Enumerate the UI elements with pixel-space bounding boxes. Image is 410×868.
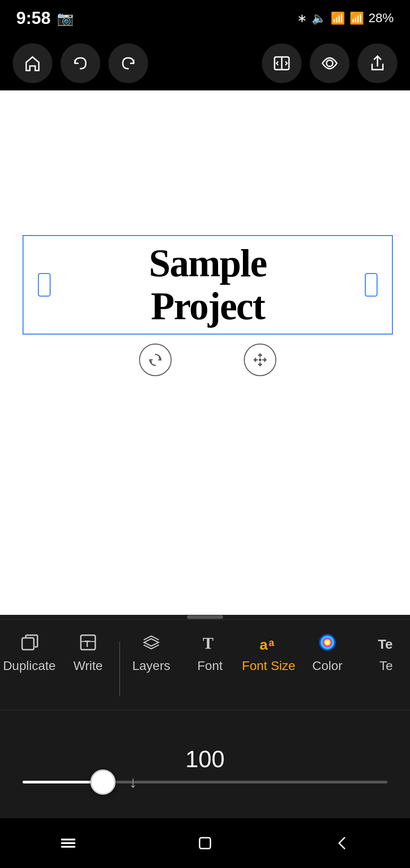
write-icon: T [78,632,98,655]
top-toolbar [0,36,410,90]
nav-back-button[interactable] [324,825,360,861]
undo-button[interactable] [61,43,100,83]
bottom-drag-handle[interactable] [0,615,410,619]
layers-icon [141,632,161,655]
canvas-text[interactable]: SampleProject [149,242,266,327]
svg-text:T: T [84,639,90,649]
nav-menu-button[interactable] [50,825,86,861]
bluetooth-icon: ∗ [297,11,307,25]
camera-icon: 📷 [57,10,74,26]
duplicate-icon [19,632,39,655]
toolbar-item-write[interactable]: T Write [59,628,117,678]
write-label: Write [74,659,103,673]
te-icon: Te [376,632,396,655]
slider-track[interactable]: ↓ [23,781,387,783]
text-element[interactable]: SampleProject [23,235,393,335]
handle-right[interactable] [365,273,377,297]
share-button[interactable] [358,43,397,83]
bottom-toolbar: Duplicate T Write Layers T [0,619,410,710]
slider-thumb[interactable] [90,769,116,795]
toolbar-item-layers[interactable]: Layers [122,628,181,678]
mute-icon: 🔈 [312,11,326,25]
font-size-value: 100 [186,745,225,773]
fontsize-label: Font Size [242,659,295,673]
svg-text:T: T [203,634,214,652]
color-icon [317,632,337,655]
duplicate-label: Duplicate [3,659,56,673]
move-icon[interactable] [244,344,276,376]
svg-text:a: a [269,637,275,648]
svg-text:a: a [260,637,268,652]
status-bar: 9:58 📷 ∗ 🔈 📶 📶 28% [0,0,410,36]
toolbar-left [13,43,148,83]
toolbar-divider [119,642,120,696]
status-right: ∗ 🔈 📶 📶 28% [297,11,394,25]
te-label: Te [379,659,393,673]
status-left: 9:58 📷 [16,9,74,28]
svg-point-2 [326,60,333,66]
control-icons [23,344,393,376]
nav-home-button[interactable] [187,825,223,861]
toolbar-item-fontsize[interactable]: a a Font Size [239,628,298,678]
toolbar-item-duplicate[interactable]: Duplicate [0,628,59,678]
rotate-icon[interactable] [139,344,172,376]
toolbar-item-font[interactable]: T Font [181,628,239,678]
status-time: 9:58 [16,9,51,28]
color-label: Color [312,659,343,673]
toolbar-right [262,43,397,83]
handle-left[interactable] [38,273,51,297]
battery-text: 28% [368,11,394,25]
svg-rect-8 [22,638,34,650]
layers-label: Layers [132,659,170,673]
home-button[interactable] [13,43,52,83]
preview-button[interactable] [310,43,349,83]
signal-icon: 📶 [349,11,364,25]
redo-button[interactable] [108,43,148,83]
font-icon: T [200,632,220,655]
wifi-icon: 📶 [331,11,345,25]
toolbar-item-color[interactable]: Color [298,628,357,678]
nav-bar [0,818,410,868]
slider-cursor-icon: ↓ [129,773,137,792]
svg-point-15 [319,634,335,651]
drag-pill [187,615,223,619]
svg-rect-20 [200,838,210,849]
font-label: Font [197,659,223,673]
font-size-panel: 100 ↓ [0,710,410,818]
split-button[interactable] [262,43,302,83]
fontsize-icon: a a [259,632,279,655]
svg-text:Te: Te [378,637,393,651]
canvas-area[interactable]: SampleProject [0,90,410,615]
svg-point-3 [259,359,261,361]
toolbar-item-te[interactable]: Te Te [357,628,410,678]
